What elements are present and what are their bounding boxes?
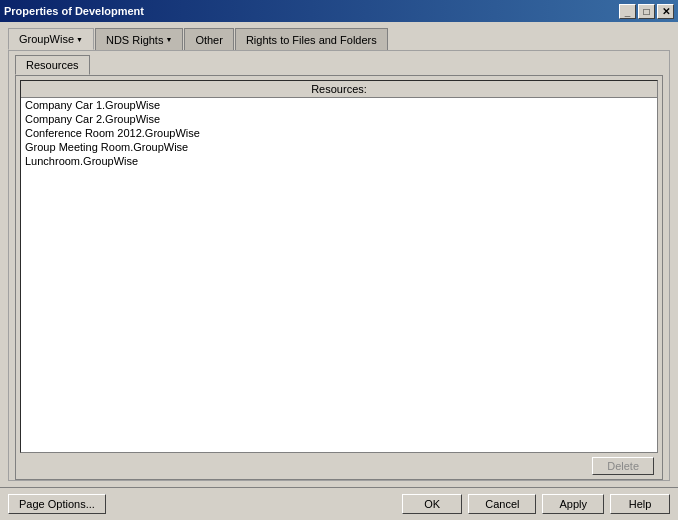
- list-item[interactable]: Company Car 2.GroupWise: [21, 112, 657, 126]
- tab-nds-rights[interactable]: NDS Rights ▼: [95, 28, 183, 50]
- tab-groupwise-label: GroupWise: [19, 33, 74, 45]
- resources-list[interactable]: Company Car 1.GroupWise Company Car 2.Gr…: [21, 98, 657, 452]
- cancel-button[interactable]: Cancel: [468, 494, 536, 514]
- panel-area: Resources Resources: Company Car 1.Group…: [8, 50, 670, 481]
- tab-rights-files[interactable]: Rights to Files and Folders: [235, 28, 388, 50]
- footer: Page Options... OK Cancel Apply Help: [0, 487, 678, 520]
- window-title: Properties of Development: [4, 5, 144, 17]
- sub-tab-row: Resources: [9, 51, 669, 75]
- tab-rights-files-label: Rights to Files and Folders: [246, 34, 377, 46]
- footer-left: Page Options...: [8, 494, 106, 514]
- dialog-content: GroupWise ▼ NDS Rights ▼ Other Rights to…: [0, 22, 678, 487]
- tab-other[interactable]: Other: [184, 28, 234, 50]
- list-item[interactable]: Group Meeting Room.GroupWise: [21, 140, 657, 154]
- footer-right: OK Cancel Apply Help: [402, 494, 670, 514]
- sub-tab-resources[interactable]: Resources: [15, 55, 90, 75]
- list-item[interactable]: Conference Room 2012.GroupWise: [21, 126, 657, 140]
- sub-panel: Resources: Company Car 1.GroupWise Compa…: [15, 75, 663, 480]
- tab-other-label: Other: [195, 34, 223, 46]
- tab-row: GroupWise ▼ NDS Rights ▼ Other Rights to…: [8, 28, 670, 50]
- chevron-down-icon: ▼: [165, 36, 172, 43]
- chevron-down-icon: ▼: [76, 36, 83, 43]
- apply-button[interactable]: Apply: [542, 494, 604, 514]
- help-button[interactable]: Help: [610, 494, 670, 514]
- title-bar: Properties of Development _ □ ✕: [0, 0, 678, 22]
- delete-button[interactable]: Delete: [592, 457, 654, 475]
- page-options-button[interactable]: Page Options...: [8, 494, 106, 514]
- list-item[interactable]: Lunchroom.GroupWise: [21, 154, 657, 168]
- maximize-button[interactable]: □: [638, 4, 655, 19]
- bottom-area: Delete: [20, 453, 658, 475]
- sub-tab-resources-label: Resources: [26, 59, 79, 71]
- resources-header: Resources:: [21, 81, 657, 98]
- window-controls: _ □ ✕: [619, 4, 674, 19]
- close-button[interactable]: ✕: [657, 4, 674, 19]
- list-item[interactable]: Company Car 1.GroupWise: [21, 98, 657, 112]
- minimize-button[interactable]: _: [619, 4, 636, 19]
- ok-button[interactable]: OK: [402, 494, 462, 514]
- dialog-window: Properties of Development _ □ ✕ GroupWis…: [0, 0, 678, 520]
- resources-container: Resources: Company Car 1.GroupWise Compa…: [20, 80, 658, 453]
- tab-groupwise[interactable]: GroupWise ▼: [8, 28, 94, 50]
- tab-nds-rights-label: NDS Rights: [106, 34, 163, 46]
